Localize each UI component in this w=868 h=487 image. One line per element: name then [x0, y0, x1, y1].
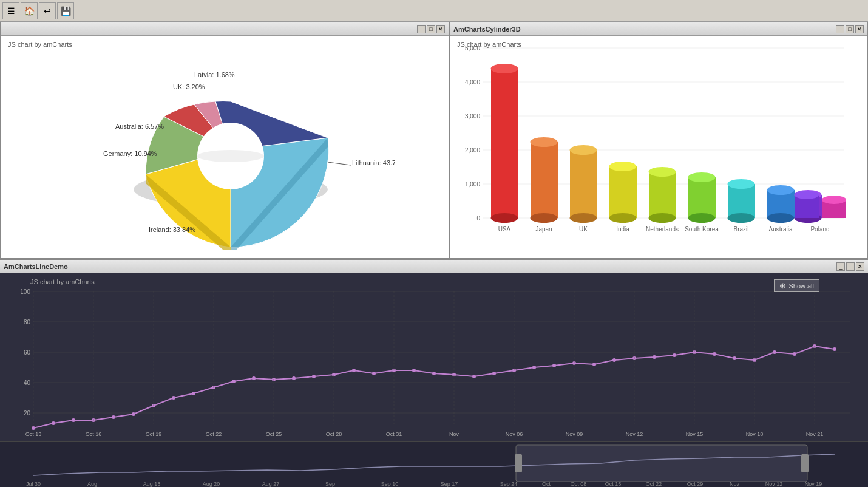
- pie-maximize[interactable]: □: [427, 25, 435, 33]
- svg-text:Nov: Nov: [730, 481, 740, 487]
- svg-point-109: [773, 350, 776, 354]
- svg-point-89: [372, 372, 376, 375]
- svg-point-88: [352, 369, 356, 372]
- svg-text:80: 80: [24, 319, 31, 325]
- svg-point-98: [552, 364, 556, 367]
- svg-text:Nov 19: Nov 19: [805, 481, 822, 487]
- svg-text:Oct 29: Oct 29: [687, 481, 704, 487]
- svg-text:Nov 12: Nov 12: [626, 431, 643, 437]
- line-chart-area: JS chart by amCharts ⊕ Show all 100 80 6…: [0, 273, 868, 487]
- svg-point-103: [653, 355, 656, 359]
- svg-text:Nov 15: Nov 15: [686, 431, 704, 437]
- svg-point-83: [252, 376, 256, 380]
- svg-text:2,000: 2,000: [465, 147, 480, 154]
- svg-point-38: [688, 172, 716, 182]
- svg-rect-34: [649, 172, 676, 218]
- svg-point-92: [432, 372, 436, 375]
- svg-text:Ireland: 33.84%: Ireland: 33.84%: [149, 226, 195, 233]
- pie-minimize[interactable]: _: [417, 25, 426, 33]
- svg-text:Oct 22: Oct 22: [646, 481, 662, 487]
- svg-text:60: 60: [24, 349, 31, 356]
- pie-chart-svg: Lithuania: 43.77% Ireland: 33.84% German…: [55, 44, 395, 250]
- svg-text:Sep 17: Sep 17: [441, 481, 458, 487]
- svg-text:Oct 15: Oct 15: [605, 481, 622, 487]
- svg-text:UK: 3.20%: UK: 3.20%: [173, 83, 205, 90]
- show-all-label: Show all: [788, 282, 814, 290]
- svg-text:Japan: Japan: [535, 226, 552, 233]
- svg-text:100: 100: [20, 288, 30, 295]
- svg-rect-28: [570, 150, 597, 218]
- save-button[interactable]: 💾: [57, 2, 74, 19]
- svg-text:Sep 24: Sep 24: [500, 481, 518, 487]
- cylinder-minimize[interactable]: _: [836, 25, 844, 33]
- svg-point-39: [688, 213, 716, 223]
- line-chart-label: JS chart by amCharts: [30, 278, 95, 285]
- line-controls: _ □ ✕: [836, 262, 864, 271]
- undo-button[interactable]: ↩: [39, 2, 56, 19]
- svg-text:Nov 09: Nov 09: [566, 431, 583, 437]
- svg-text:3,000: 3,000: [465, 113, 480, 120]
- svg-rect-37: [688, 177, 716, 218]
- svg-text:0: 0: [476, 215, 480, 222]
- top-row: _ □ ✕ JS chart by amCharts: [0, 22, 868, 259]
- home-button[interactable]: 🏠: [21, 2, 38, 19]
- svg-text:Oct: Oct: [542, 481, 551, 487]
- svg-point-112: [833, 347, 836, 351]
- svg-text:1,000: 1,000: [465, 181, 480, 188]
- cylinder-chart-svg: 5,000 4,000 3,000 2,000 1,000 0: [450, 36, 863, 257]
- svg-rect-31: [609, 166, 637, 218]
- svg-rect-40: [728, 184, 755, 218]
- svg-text:20: 20: [24, 410, 31, 417]
- line-minimize[interactable]: _: [836, 262, 845, 271]
- svg-point-107: [733, 356, 736, 360]
- svg-text:Aug 13: Aug 13: [143, 481, 161, 487]
- svg-point-100: [592, 363, 596, 366]
- svg-point-45: [767, 213, 795, 223]
- svg-text:Aug 27: Aug 27: [262, 481, 280, 487]
- svg-point-85: [292, 376, 296, 380]
- line-close[interactable]: ✕: [856, 262, 864, 271]
- line-maximize[interactable]: □: [846, 262, 855, 271]
- svg-point-74: [72, 418, 75, 422]
- svg-text:Latvia: 1.68%: Latvia: 1.68%: [194, 71, 235, 78]
- svg-text:Nov 21: Nov 21: [806, 431, 824, 437]
- svg-text:Nov 12: Nov 12: [765, 481, 783, 487]
- svg-text:Sep: Sep: [325, 481, 335, 487]
- pie-chart-container: Lithuania: 43.77% Ireland: 33.84% German…: [1, 36, 449, 258]
- svg-text:Nov: Nov: [449, 431, 459, 437]
- svg-point-24: [491, 213, 518, 223]
- cylinder-maximize[interactable]: □: [846, 25, 854, 33]
- svg-point-95: [492, 372, 496, 375]
- cylinder-close[interactable]: ✕: [855, 25, 864, 33]
- svg-text:Aug: Aug: [87, 481, 97, 487]
- menu-button[interactable]: ☰: [2, 2, 19, 19]
- svg-text:Oct 19: Oct 19: [146, 431, 162, 437]
- svg-text:Oct 25: Oct 25: [266, 431, 282, 437]
- svg-text:Nov 18: Nov 18: [746, 431, 764, 437]
- svg-text:India: India: [616, 226, 629, 233]
- svg-text:Netherlands: Netherlands: [646, 226, 679, 233]
- svg-point-36: [649, 213, 676, 223]
- line-window: AmChartsLineDemo _ □ ✕ JS chart by amCha…: [0, 259, 868, 487]
- svg-point-42: [728, 213, 755, 223]
- svg-text:Australia: 6.57%: Australia: 6.57%: [115, 123, 164, 130]
- show-all-button[interactable]: ⊕ Show all: [774, 279, 819, 292]
- svg-point-33: [609, 213, 637, 223]
- cylinder-title-bar: AmChartsCylinder3D _ □ ✕: [450, 22, 867, 36]
- svg-text:Oct 13: Oct 13: [25, 431, 42, 437]
- svg-text:Nov 06: Nov 06: [506, 431, 523, 437]
- svg-point-44: [767, 185, 795, 195]
- svg-rect-142: [515, 454, 522, 472]
- svg-text:UK: UK: [579, 226, 588, 233]
- svg-point-41: [728, 179, 755, 189]
- svg-point-101: [612, 358, 616, 362]
- cylinder-chart-label: JS chart by amCharts: [457, 41, 521, 48]
- pie-close[interactable]: ✕: [436, 25, 445, 33]
- main-area: _ □ ✕ JS chart by amCharts: [0, 22, 868, 487]
- svg-text:Oct 31: Oct 31: [386, 431, 402, 437]
- svg-text:Lithuania: 43.77%: Lithuania: 43.77%: [352, 159, 395, 166]
- svg-point-72: [32, 426, 35, 430]
- svg-point-97: [532, 366, 536, 369]
- svg-text:Germany: 10.94%: Germany: 10.94%: [103, 150, 157, 157]
- cylinder-window: AmChartsCylinder3D _ □ ✕ JS chart by amC…: [449, 22, 868, 259]
